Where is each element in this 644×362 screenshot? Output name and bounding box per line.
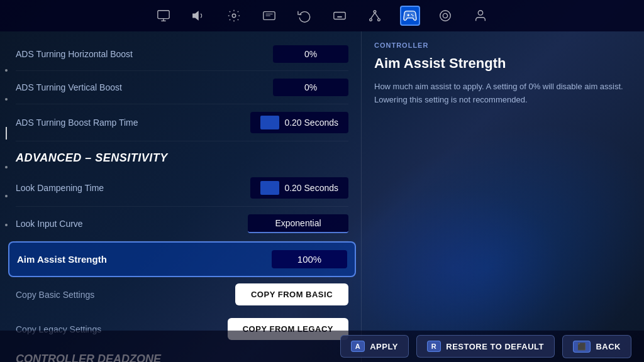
look-curve-value: Exponential [248, 214, 348, 233]
look-curve-label: Look Input Curve [16, 219, 83, 229]
svg-rect-8 [334, 13, 345, 19]
svg-point-25 [478, 11, 482, 15]
profile-nav-icon[interactable] [470, 6, 491, 26]
ads-ramp-label: ADS Turning Boost Ramp Time [16, 118, 138, 128]
gear-nav-icon[interactable] [224, 6, 244, 26]
aim-assist-label: Aim Assist Strength [17, 254, 107, 265]
back-button[interactable]: ⬛ BACK [562, 335, 631, 358]
panel-category: CONTROLLER [374, 41, 631, 49]
scroll-dot [5, 195, 8, 197]
controller-nav-icon[interactable] [400, 6, 420, 26]
svg-point-4 [232, 14, 236, 18]
look-dampening-row[interactable]: Look Dampening Time 0.20 Seconds [16, 170, 348, 207]
main-layout: ADS Turning Horizontal Boost 0% ADS Turn… [0, 31, 644, 362]
scroll-line [6, 127, 7, 140]
advanced-section-header: ADVANCED – SENSITIVITY [16, 141, 348, 170]
svg-point-22 [413, 15, 414, 16]
display-nav-icon[interactable] [259, 6, 279, 26]
svg-point-24 [443, 13, 447, 18]
panel-description: How much aim assist to apply. A setting … [374, 80, 631, 107]
ads-horizontal-label: ADS Turning Horizontal Boost [16, 49, 133, 59]
svg-rect-0 [158, 11, 169, 19]
scroll-dot [5, 224, 8, 226]
apply-badge: A [351, 341, 365, 352]
back-label: BACK [596, 342, 621, 351]
right-panel: CONTROLLER Aim Assist Strength How much … [362, 31, 644, 362]
svg-point-23 [440, 11, 451, 21]
copy-basic-row: Copy Basic Settings COPY FROM BASIC [16, 277, 348, 312]
back-badge: ⬛ [573, 341, 591, 353]
restore-badge: R [427, 341, 441, 352]
ads-ramp-value: 0.20 Seconds [250, 112, 348, 133]
ads-vertical-row[interactable]: ADS Turning Vertical Boost 0% [16, 71, 348, 104]
ads-horizontal-row[interactable]: ADS Turning Horizontal Boost 0% [16, 38, 348, 71]
bottom-bar: A APPLY R RESTORE TO DEFAULT ⬛ BACK [0, 331, 644, 362]
ads-horizontal-value: 0% [273, 45, 348, 63]
ads-vertical-value: 0% [273, 79, 348, 96]
scroll-dot [5, 98, 8, 101]
speaker-nav-icon[interactable] [189, 6, 209, 26]
left-panel: ADS Turning Horizontal Boost 0% ADS Turn… [0, 31, 362, 362]
restore-label: RESTORE TO DEFAULT [446, 342, 544, 351]
monitor-nav-icon[interactable] [153, 6, 174, 26]
look-curve-row[interactable]: Look Input Curve Exponential [16, 207, 348, 241]
settings-area: ADS Turning Horizontal Boost 0% ADS Turn… [0, 31, 361, 362]
ads-ramp-row[interactable]: ADS Turning Boost Ramp Time 0.20 Seconds [16, 104, 348, 141]
look-dampening-label: Look Dampening Time [16, 183, 104, 193]
scroll-indicator [5, 69, 8, 226]
svg-line-18 [375, 13, 379, 18]
scroll-dot [5, 166, 8, 168]
copy-basic-label: Copy Basic Settings [16, 290, 94, 300]
copy-basic-button[interactable]: COPY FROM BASIC [235, 283, 348, 305]
network-nav-icon[interactable] [365, 6, 385, 26]
aim-assist-row[interactable]: Aim Assist Strength 100% [8, 241, 356, 277]
svg-point-16 [378, 19, 380, 21]
svg-point-14 [374, 11, 376, 13]
ramp-bar [260, 116, 279, 129]
apply-button[interactable]: A APPLY [340, 335, 409, 358]
dampening-bar [260, 181, 279, 195]
apply-label: APPLY [370, 342, 398, 351]
scroll-dot [5, 69, 8, 72]
refresh-nav-icon[interactable] [294, 6, 314, 26]
panel-title: Aim Assist Strength [374, 55, 631, 72]
keys-nav-icon[interactable] [330, 6, 350, 26]
restore-button[interactable]: R RESTORE TO DEFAULT [416, 335, 555, 358]
svg-point-15 [370, 19, 372, 21]
gamepad-nav-icon[interactable] [435, 6, 455, 26]
look-dampening-value: 0.20 Seconds [250, 177, 348, 199]
svg-marker-3 [193, 12, 198, 20]
ads-vertical-label: ADS Turning Vertical Boost [16, 82, 122, 92]
top-nav [0, 0, 644, 31]
svg-point-21 [411, 14, 413, 15]
svg-line-17 [371, 13, 375, 18]
aim-assist-value: 100% [272, 250, 347, 268]
